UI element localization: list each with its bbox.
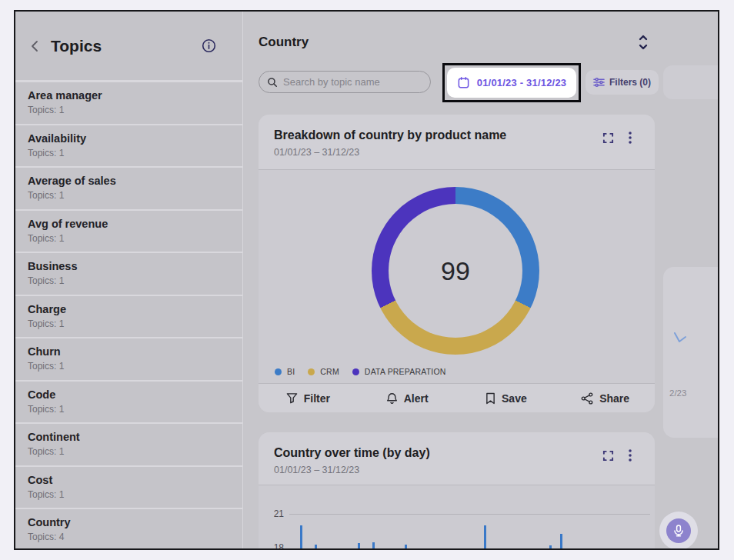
sidebar-header: Topics — [15, 12, 242, 80]
over-time-card-header: Country over time (by day) 01/01/23 – 31… — [259, 432, 655, 485]
topic-label: Country — [28, 515, 230, 530]
sidebar-item-cost[interactable]: CostTopics: 1 — [15, 467, 242, 508]
page-title: Country — [259, 35, 309, 50]
topic-label: Business — [28, 259, 230, 274]
topic-count: Topics: 1 — [28, 189, 230, 202]
filters-label: Filters (0) — [609, 77, 651, 88]
bar-chart-area[interactable]: 2118 — [259, 485, 655, 550]
legend-item-crm[interactable]: CRM — [308, 367, 339, 376]
line-chart-fragment-icon — [672, 328, 688, 348]
breakdown-card-daterange: 01/01/23 – 31/12/23 — [274, 147, 636, 158]
legend-item-bi[interactable]: BI — [275, 367, 295, 376]
card-action-bar: FilterAlertSaveShare — [259, 384, 655, 412]
funnel-icon — [286, 392, 298, 404]
topic-label: Availability — [28, 132, 230, 146]
topic-label: Average of sales — [28, 174, 230, 188]
topic-label: Area manager — [28, 88, 230, 103]
adjacent-column-toolbar-fragment — [663, 65, 719, 99]
info-icon[interactable] — [201, 38, 216, 54]
search-icon — [267, 77, 278, 88]
adjacent-card-date-fragment: 2/23 — [669, 388, 686, 398]
calendar-icon — [457, 76, 470, 89]
topic-count: Topics: 1 — [28, 275, 230, 287]
date-range-button[interactable]: 01/01/23 - 31/12/23 — [447, 68, 576, 98]
date-range-highlight-box: 01/01/23 - 31/12/23 — [442, 63, 581, 102]
sidebar-item-charge[interactable]: ChargeTopics: 1 — [15, 296, 242, 338]
bookmark-icon — [485, 392, 495, 405]
collapse-expand-icon[interactable] — [636, 33, 652, 52]
legend-label: DATA PREPARATION — [365, 367, 446, 376]
kebab-menu-icon[interactable] — [624, 449, 636, 462]
bar-value-20[interactable] — [300, 525, 302, 550]
topic-label: Cost — [28, 473, 230, 488]
sidebar-item-avg-of-revenue[interactable]: Avg of revenueTopics: 1 — [15, 211, 242, 252]
legend-dot — [352, 368, 359, 375]
topic-count: Topics: 1 — [28, 232, 230, 245]
topics-list: Area managerTopics: 1AvailabilityTopics:… — [15, 82, 242, 550]
bar-value-18.4[interactable] — [358, 543, 360, 550]
expand-icon[interactable] — [602, 132, 614, 144]
bar-value-18.5[interactable] — [372, 542, 375, 550]
y-axis-tick-18: 18 — [264, 542, 284, 550]
legend-label: CRM — [320, 367, 339, 376]
action-label: Save — [502, 392, 527, 405]
sidebar-item-average-of-sales[interactable]: Average of salesTopics: 1 — [15, 168, 242, 209]
legend-item-data-preparation[interactable]: DATA PREPARATION — [352, 367, 446, 376]
breakdown-card-title: Breakdown of country by product name — [274, 128, 636, 142]
topic-label: Churn — [28, 345, 230, 359]
action-label: Share — [599, 392, 629, 405]
back-arrow-icon[interactable] — [26, 37, 45, 55]
topic-count: Topics: 1 — [28, 403, 230, 415]
sidebar-item-continent[interactable]: ContinentTopics: 1 — [15, 424, 242, 465]
bar-value-18.3[interactable] — [405, 545, 407, 550]
topic-count: Topics: 4 — [28, 531, 230, 543]
topic-label: Continent — [28, 430, 230, 445]
alert-action-button[interactable]: Alert — [358, 392, 457, 405]
share-action-button[interactable]: Share — [556, 392, 655, 405]
action-label: Filter — [304, 392, 330, 405]
legend-label: BI — [287, 367, 295, 376]
gridline-21 — [289, 514, 650, 515]
topic-count: Topics: 1 — [28, 147, 230, 159]
topic-count: Topics: 1 — [28, 104, 230, 116]
expand-icon[interactable] — [602, 449, 614, 462]
over-time-card-daterange: 01/01/23 – 31/12/23 — [274, 465, 636, 475]
y-axis-tick-21: 21 — [264, 508, 284, 519]
over-time-card: Country over time (by day) 01/01/23 – 31… — [259, 432, 655, 550]
adjacent-column-card-fragment: 2/23 — [663, 267, 719, 438]
over-time-card-title: Country over time (by day) — [274, 446, 636, 460]
filter-action-button[interactable]: Filter — [259, 392, 358, 405]
date-range-label: 01/01/23 - 31/12/23 — [477, 77, 567, 88]
topic-count: Topics: 1 — [28, 445, 230, 458]
topic-label: Avg of revenue — [28, 217, 230, 232]
bell-icon — [386, 392, 398, 405]
topic-count: Topics: 1 — [28, 488, 230, 501]
microphone-fab[interactable] — [666, 518, 691, 543]
sidebar-item-availability[interactable]: AvailabilityTopics: 1 — [15, 125, 242, 167]
bar-value-18.2[interactable] — [549, 545, 552, 550]
bar-value-18.3[interactable] — [315, 545, 317, 550]
sidebar-item-business[interactable]: BusinessTopics: 1 — [15, 253, 242, 295]
sidebar-item-country[interactable]: CountryTopics: 4 — [15, 509, 242, 550]
sidebar-item-code[interactable]: CodeTopics: 1 — [15, 382, 242, 423]
topic-label: Charge — [28, 302, 230, 317]
search-input[interactable] — [283, 76, 414, 88]
topics-sidebar: Topics Area managerTopics: 1Availability… — [15, 12, 243, 548]
save-action-button[interactable]: Save — [457, 392, 556, 405]
topic-count: Topics: 1 — [28, 360, 230, 372]
breakdown-card-header: Breakdown of country by product name 01/… — [259, 115, 655, 169]
chart-legend: BICRMDATA PREPARATION — [259, 360, 655, 383]
bar-value-20[interactable] — [484, 525, 486, 550]
sliders-icon — [593, 77, 605, 88]
topic-label: Code — [28, 388, 230, 402]
kebab-menu-icon[interactable] — [624, 132, 636, 144]
sidebar-item-churn[interactable]: ChurnTopics: 1 — [15, 338, 242, 380]
topic-search[interactable] — [259, 71, 431, 93]
bar-value-19.2[interactable] — [560, 534, 562, 550]
legend-dot — [275, 368, 282, 375]
donut-center: 99 — [389, 204, 522, 338]
share-icon — [581, 392, 593, 405]
sidebar-item-area-manager[interactable]: Area managerTopics: 1 — [15, 82, 242, 124]
filters-button[interactable]: Filters (0) — [586, 70, 659, 95]
action-label: Alert — [404, 392, 429, 405]
